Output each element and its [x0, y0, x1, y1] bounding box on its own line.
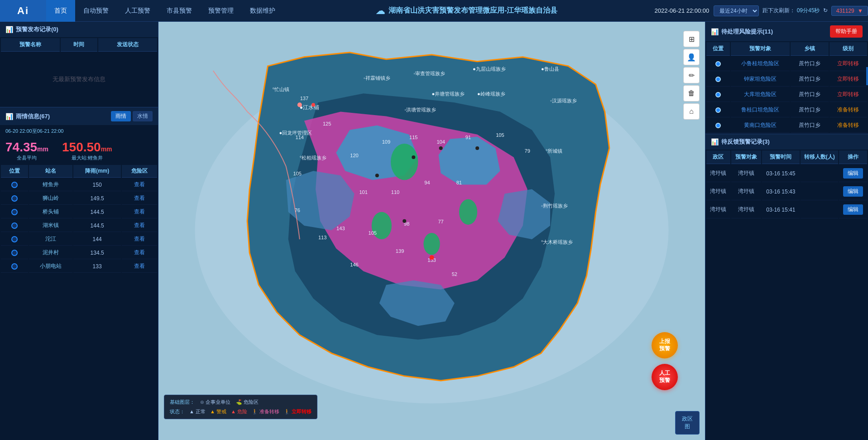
nav-item-district-warn[interactable]: 市县预警 — [158, 0, 200, 22]
rain-info-header: 📊 雨情信息(67) 雨情 水情 — [0, 107, 158, 125]
nav-item-warn-manage[interactable]: 预警管理 — [200, 0, 242, 22]
location-dot — [11, 263, 18, 270]
refresh-icon[interactable]: ↻ — [823, 7, 828, 14]
toolbar-edit-btn[interactable]: ✏ — [683, 67, 700, 83]
svg-text:●井塘管瑶族乡: ●井塘管瑶族乡 — [432, 91, 465, 97]
svg-point-4 — [423, 233, 440, 255]
rain-station-name: 狮山岭 — [29, 192, 72, 205]
risk-col-location: 位置 — [706, 42, 730, 56]
svg-point-52 — [429, 255, 434, 260]
rain-max-label: 最大站:鲤鱼井 — [72, 155, 103, 161]
tab-rain[interactable]: 雨情 — [111, 111, 131, 121]
risk-location-dot — [715, 61, 721, 67]
legend-status: 状态： ▲ 正常 ▲ 警戒 ▲ 危险 🚶 准备转移 🚶 立即转移 — [170, 408, 312, 415]
feedback-edit-btn[interactable]: 编辑 — [843, 168, 863, 179]
toolbar-delete-btn[interactable]: 🗑 — [683, 85, 700, 102]
feedback-col-target: 预警对象 — [731, 150, 761, 164]
svg-point-47 — [375, 174, 379, 177]
risk-table-row: 钟家坦危险区 蔗竹口乡 立即转移 — [706, 72, 867, 87]
toolbar-home-btn[interactable]: ⌂ — [683, 103, 700, 120]
upload-warn-line2: 预警 — [659, 345, 670, 353]
svg-text:●岭峰瑶族乡: ●岭峰瑶族乡 — [477, 91, 505, 97]
svg-point-53 — [297, 102, 302, 107]
dropdown-icon[interactable]: ▼ — [858, 8, 863, 14]
logo: Ai — [0, 0, 46, 22]
svg-text:81: 81 — [456, 180, 462, 185]
svg-text:110: 110 — [391, 189, 399, 195]
center-map: 137 125 120 109 115 104 91 105 79 101 11… — [158, 22, 705, 440]
feedback-region: 湾圩镇 — [706, 165, 730, 182]
risk-action: 准备转移 — [830, 118, 867, 133]
rain-view-link[interactable]: 查看 — [134, 195, 145, 201]
toolbar-layers-btn[interactable]: ⊞ — [683, 31, 700, 47]
svg-text:●回龙坪管理区: ●回龙坪管理区 — [279, 130, 312, 135]
policy-line2: 图 — [685, 423, 690, 430]
feedback-edit-btn[interactable]: 编辑 — [843, 204, 863, 215]
rain-table-row: 沱江 144 查看 — [1, 233, 157, 246]
feedback-table-row: 湾圩镇 湾圩镇 03-16 15:41 编辑 — [706, 201, 867, 218]
rain-view-link[interactable]: 查看 — [134, 208, 145, 215]
rain-station-value: 134.5 — [73, 247, 120, 259]
upload-warn-line1: 上报 — [659, 338, 670, 345]
rain-view-link[interactable]: 查看 — [134, 263, 145, 269]
rain-view-link[interactable]: 查看 — [134, 222, 145, 228]
tab-water[interactable]: 水情 — [133, 111, 153, 121]
svg-text:105: 105 — [369, 230, 377, 236]
upload-warn-btn[interactable]: 上报 预警 — [652, 332, 678, 358]
rain-col-location: 位置 — [1, 165, 28, 178]
cloud-icon: ☁ — [376, 5, 385, 16]
svg-text:◦审查管瑶族乡: ◦审查管瑶族乡 — [413, 71, 445, 76]
rain-avg-stat: 74.35mm 全县平均 — [5, 140, 48, 161]
rain-header-left: 📊 雨情信息(67) — [5, 112, 50, 121]
svg-text:109: 109 — [382, 139, 390, 145]
location-dot — [11, 236, 18, 242]
svg-text:113: 113 — [318, 235, 326, 240]
svg-point-5 — [459, 199, 477, 225]
rain-avg-value: 74.35mm — [5, 140, 48, 155]
warn-records-table: 预警名称 时间 发送状态 无最新预警发布信息 — [0, 37, 158, 107]
svg-text:◦祥霖铺镇乡: ◦祥霖铺镇乡 — [364, 75, 390, 81]
warn-records-title: 预警发布记录(0) — [16, 25, 58, 34]
toolbar-user-btn[interactable]: 👤 — [683, 49, 700, 65]
nav-item-manual-warn[interactable]: 人工预警 — [117, 0, 158, 22]
risk-zone-name[interactable]: 大库坦危险区 — [731, 87, 790, 102]
rain-station-value: 144 — [73, 233, 120, 246]
rain-view-link[interactable]: 查看 — [134, 236, 145, 242]
svg-point-49 — [439, 146, 443, 150]
risk-zone-name[interactable]: 小鲁桂坦危险区 — [731, 57, 790, 71]
risk-table-row: 小鲁桂坦危险区 蔗竹口乡 立即转移 — [706, 57, 867, 71]
risk-table: 位置 预警对象 乡镇 级别 小鲁桂坦危险区 蔗竹口乡 立即转移 钟家坦危险区 蔗… — [705, 41, 868, 134]
svg-text:°忙山镇: °忙山镇 — [272, 87, 289, 92]
feedback-header: 📊 待反馈预警记录(3) — [705, 134, 868, 150]
nav-item-home[interactable]: 首页 — [46, 0, 75, 22]
nav-datetime: 2022-06-21 22:00:00 — [650, 7, 714, 14]
risk-zone-name[interactable]: 鲁桂口坦危险区 — [731, 103, 790, 117]
help-manual-btn[interactable]: 帮助手册 — [830, 25, 863, 38]
feedback-edit-btn[interactable]: 编辑 — [843, 186, 863, 197]
manual-warn-btn[interactable]: 人工 预警 — [652, 364, 678, 390]
manual-warn-line1: 人工 — [659, 370, 670, 377]
feedback-target: 湾圩镇 — [731, 183, 761, 200]
risk-action: 立即转移 — [830, 72, 867, 87]
risk-township: 蔗竹口乡 — [791, 103, 828, 117]
rain-view-link[interactable]: 查看 — [134, 249, 145, 256]
svg-text:146: 146 — [350, 262, 358, 267]
policy-btn[interactable]: 政区 图 — [675, 411, 700, 435]
nav-item-data-maintain[interactable]: 数据维护 — [242, 0, 283, 22]
time-range-select[interactable]: 最近24小时 — [714, 5, 759, 16]
rain-date-range: 06-20 22:00至06-21 22:00 — [0, 125, 158, 137]
rain-title: 雨情信息(67) — [16, 112, 50, 121]
nav-item-auto-warn[interactable]: 自动预警 — [75, 0, 117, 22]
rain-view-link[interactable]: 查看 — [134, 181, 145, 188]
rain-col-name: 站名 — [29, 165, 72, 178]
svg-text:143: 143 — [336, 226, 345, 231]
col-warn-status: 发送状态 — [98, 38, 157, 52]
feedback-target: 湾圩镇 — [731, 201, 761, 218]
risk-township: 蔗竹口乡 — [791, 87, 828, 102]
rain-station-name: 沱江 — [29, 233, 72, 246]
risk-hints-section: 📊 待处理风险提示(11) 帮助手册 位置 预警对象 乡镇 级别 小鲁桂坦危险区 — [705, 22, 868, 134]
manual-warn-line2: 预警 — [659, 377, 670, 384]
risk-zone-name[interactable]: 黄南口危险区 — [731, 118, 790, 133]
risk-zone-name[interactable]: 钟家坦危险区 — [731, 72, 790, 87]
risk-title: 待处理风险提示(11) — [721, 28, 773, 36]
